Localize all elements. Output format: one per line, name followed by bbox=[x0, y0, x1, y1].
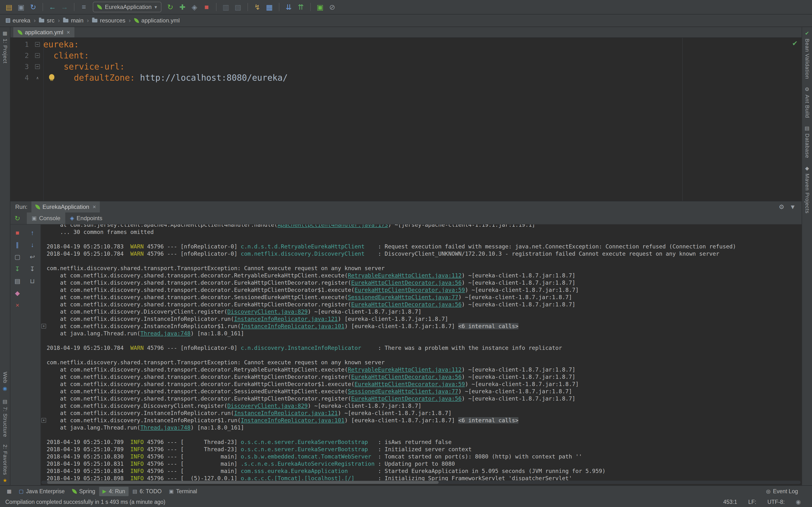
stacktrace-link[interactable]: ApacheHttpClient4Handler.java:173 bbox=[277, 225, 388, 228]
stacktrace-link[interactable]: RetryableEurekaHttpClient.java:112 bbox=[348, 367, 462, 373]
toolwindow-toggle[interactable]: ▦ bbox=[3, 487, 15, 496]
fold-marker[interactable]: − bbox=[32, 64, 43, 69]
toolwindow-project[interactable]: ▦1: Project bbox=[2, 31, 8, 63]
stacktrace-link[interactable]: Thread.java:748 bbox=[140, 330, 191, 337]
toolwindow-favorites-icon: ★ bbox=[3, 477, 7, 483]
pause-output-icon[interactable]: ∥ bbox=[13, 241, 21, 249]
up-stack-icon[interactable]: ↑ bbox=[29, 229, 36, 237]
horizontal-scrollbar[interactable] bbox=[41, 481, 801, 484]
close-icon[interactable]: × bbox=[67, 29, 70, 36]
tab-run[interactable]: ▶4: Run bbox=[99, 487, 129, 496]
toolwindow-database[interactable]: ▤Database bbox=[804, 125, 810, 158]
run-tab-eureka-application[interactable]: EurekaApplication × bbox=[32, 201, 100, 213]
stacktrace-link[interactable]: SessionedEurekaHttpClient.java:77 bbox=[348, 294, 458, 300]
console-line: 2018-04-19 05:25:10.789 INFO 45796 --- [… bbox=[47, 439, 736, 446]
close-icon[interactable]: × bbox=[93, 204, 96, 210]
wand-icon[interactable]: ↯ bbox=[252, 1, 263, 12]
power-save-icon[interactable]: ⊘ bbox=[327, 1, 338, 12]
run-panel-settings-icon[interactable]: ⚙ bbox=[776, 203, 787, 211]
stacktrace-link[interactable]: Thread.java:748 bbox=[140, 425, 191, 431]
tab-console[interactable]: ▣Console bbox=[27, 213, 65, 224]
stacktrace-link[interactable]: InstanceInfoReplicator.java:101 bbox=[241, 323, 344, 329]
breadcrumb-item[interactable]: src bbox=[38, 17, 56, 24]
toolwindow-structure[interactable]: ▤7: Structure bbox=[2, 399, 8, 437]
history-icon[interactable]: ▤ bbox=[13, 277, 21, 285]
breadcrumb-item[interactable]: eureka bbox=[4, 17, 32, 24]
stacktrace-link[interactable]: RetryableEurekaHttpClient.java:112 bbox=[348, 272, 462, 279]
stacktrace-link[interactable]: DiscoveryClient.java:829 bbox=[227, 403, 308, 409]
stacktrace-link[interactable]: InstanceInfoReplicator.java:121 bbox=[234, 410, 338, 416]
grid-icon[interactable]: ▦ bbox=[264, 1, 275, 12]
vcs-commit-icon[interactable]: ⇈ bbox=[295, 1, 306, 12]
stacktrace-link[interactable]: SessionedEurekaHttpClient.java:77 bbox=[348, 388, 458, 394]
folded-frames-chip[interactable]: <6 internal calls> bbox=[458, 323, 518, 329]
hector-icon[interactable]: ◉ bbox=[796, 499, 801, 505]
run-settings-icon[interactable]: ≡ bbox=[78, 1, 89, 12]
run-config-dropdown[interactable]: EurekaApplication ▾ bbox=[93, 2, 161, 12]
stacktrace-link[interactable]: EurekaHttpClientDecorator.java:59 bbox=[355, 381, 465, 387]
down-stack-icon[interactable]: ↓ bbox=[29, 241, 36, 249]
stacktrace-link[interactable]: InstanceInfoReplicator.java:121 bbox=[234, 316, 338, 322]
tab-spring[interactable]: Spring bbox=[69, 487, 99, 496]
restore-layout-icon[interactable]: ▢ bbox=[13, 253, 21, 261]
tab-terminal[interactable]: ▣Terminal bbox=[165, 487, 201, 496]
folded-frames-chip[interactable]: <6 internal calls> bbox=[458, 417, 518, 424]
intention-bulb-icon[interactable] bbox=[49, 74, 54, 80]
tab-endpoints[interactable]: ◈Endpoints bbox=[65, 213, 107, 224]
breadcrumb-item[interactable]: resources bbox=[91, 17, 126, 24]
stacktrace-link[interactable]: InstanceInfoReplicator.java:101 bbox=[241, 417, 344, 424]
tab-todo[interactable]: ▤6: TODO bbox=[129, 487, 165, 496]
soft-wraps-icon[interactable]: ↩ bbox=[29, 253, 36, 261]
stacktrace-link[interactable]: DiscoveryClient.java:829 bbox=[227, 308, 308, 315]
breadcrumb-item[interactable]: main bbox=[62, 17, 85, 24]
vcs-update-icon[interactable]: ⇊ bbox=[283, 1, 294, 12]
settings-wrench-icon[interactable]: ◆ bbox=[13, 289, 21, 297]
stop-icon[interactable]: ■ bbox=[201, 1, 212, 12]
editor-area[interactable]: 1−eureka:2− client:3− service-url:4∧ def… bbox=[10, 38, 802, 201]
clear-all-icon[interactable]: ⊔ bbox=[29, 277, 36, 285]
toolwindow-favorites[interactable]: 2: Favorites★ bbox=[2, 445, 8, 483]
event-log-button[interactable]: ◎ Event Log bbox=[763, 487, 801, 496]
stacktrace-link[interactable]: EurekaHttpClientDecorator.java:56 bbox=[351, 280, 462, 286]
toolwindow-bean-validation[interactable]: ✔Bean Validation bbox=[804, 31, 810, 79]
toolwindow-web[interactable]: Web◉ bbox=[2, 372, 8, 392]
close-icon[interactable]: × bbox=[13, 301, 21, 309]
scroll-end-icon[interactable]: ↧ bbox=[29, 265, 36, 273]
fold-marker[interactable]: ∧ bbox=[32, 75, 43, 80]
toolwindow-maven[interactable]: ◆Maven Projects bbox=[804, 165, 810, 214]
sync-icon[interactable]: ↻ bbox=[28, 1, 39, 12]
console-scroll-area[interactable]: at com.sun.jersey.client.apache4.ApacheH… bbox=[47, 225, 802, 485]
expand-fold-button[interactable]: + bbox=[41, 418, 46, 423]
services-icon[interactable]: ▣ bbox=[315, 1, 326, 12]
build-icon[interactable]: ▥ bbox=[220, 1, 232, 12]
save-all-icon[interactable]: ▣ bbox=[15, 1, 27, 12]
tab-application-yml[interactable]: application.yml × bbox=[13, 27, 74, 38]
rerun-icon[interactable]: ↻ bbox=[10, 213, 24, 224]
ide-window: ▤▣↻←→≡ EurekaApplication ▾ ↻✚◈■▥▧↯▦⇊⇈▣⊘ … bbox=[0, 0, 812, 507]
stop-icon[interactable]: ■ bbox=[13, 229, 21, 237]
stacktrace-link[interactable]: EurekaHttpClientDecorator.java:59 bbox=[355, 287, 465, 293]
encoding-indicator[interactable]: UTF-8: bbox=[767, 499, 785, 505]
breadcrumb-item[interactable]: application.yml bbox=[133, 17, 181, 24]
toolwindow-ant-build[interactable]: ⚙Ant Build bbox=[804, 87, 810, 118]
stacktrace-link[interactable]: EurekaHttpClientDecorator.java:56 bbox=[351, 374, 462, 380]
stacktrace-link[interactable]: EurekaHttpClientDecorator.java:56 bbox=[351, 301, 462, 307]
fold-marker[interactable]: − bbox=[32, 53, 43, 58]
tab-java-enterprise[interactable]: ▢Java Enterprise bbox=[15, 487, 68, 496]
hide-panel-icon[interactable]: ▼ bbox=[787, 203, 798, 211]
tab-java-enterprise-icon: ▢ bbox=[19, 489, 24, 494]
show-console-icon[interactable]: ↧ bbox=[13, 265, 21, 273]
package-icon[interactable]: ▧ bbox=[233, 1, 244, 12]
expand-fold-button[interactable]: + bbox=[41, 324, 46, 329]
run-icon[interactable]: ↻ bbox=[165, 1, 176, 12]
line-ending-indicator[interactable]: LF: bbox=[748, 499, 756, 505]
caret-position[interactable]: 453:1 bbox=[723, 499, 737, 505]
forward-icon[interactable]: → bbox=[59, 1, 70, 12]
open-icon[interactable]: ▤ bbox=[3, 1, 14, 12]
back-icon[interactable]: ← bbox=[47, 1, 58, 12]
fold-marker[interactable]: − bbox=[32, 42, 43, 47]
stacktrace-link[interactable]: EurekaHttpClientDecorator.java:56 bbox=[351, 395, 462, 402]
coverage-icon[interactable]: ◈ bbox=[189, 1, 200, 12]
debug-icon[interactable]: ✚ bbox=[177, 1, 188, 12]
scrollbar-thumb[interactable] bbox=[47, 481, 439, 484]
